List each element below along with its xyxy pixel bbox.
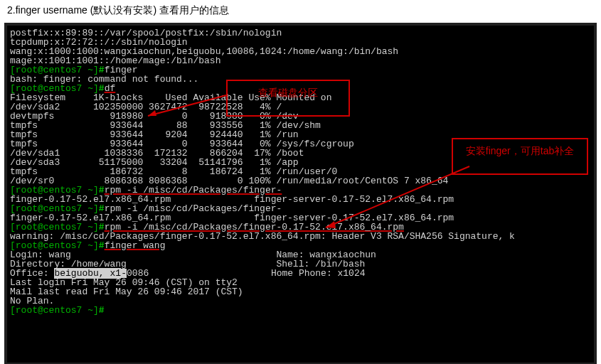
section-heading: 2.finger username (默认没有安装) 查看用户的信息 bbox=[0, 0, 601, 23]
terminal-window: postfix:x:89:89::/var/spool/postfix:/sbi… bbox=[4, 23, 597, 364]
annotation-disk: 查看磁盘分区 bbox=[226, 80, 350, 117]
annotation-install-finger: 安装finger，可用tab补全 bbox=[452, 138, 588, 175]
